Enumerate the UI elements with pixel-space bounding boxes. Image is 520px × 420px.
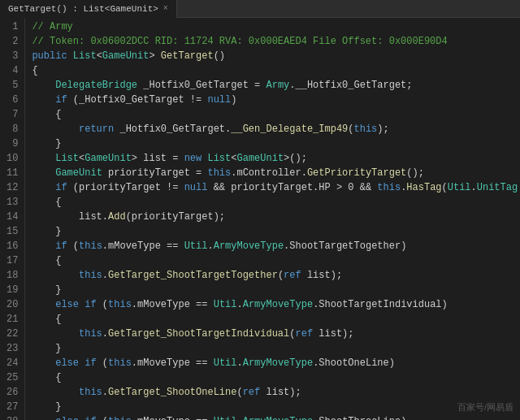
token-plain: .	[237, 356, 243, 370]
code-line: }	[32, 136, 520, 151]
token-type: Util	[214, 414, 237, 420]
code-line: }	[32, 341, 520, 356]
token-keyword: null	[184, 180, 208, 195]
code-line: }	[32, 283, 520, 297]
line-number: 7	[6, 107, 18, 122]
watermark: 百家号/网易盾	[457, 401, 514, 414]
token-keyword: this	[354, 122, 378, 136]
token-plain: }	[32, 283, 61, 297]
token-plain: list);	[313, 327, 353, 341]
token-plain: <	[79, 151, 84, 166]
line-number: 21	[6, 312, 18, 327]
token-plain: {	[32, 107, 61, 122]
line-number: 14	[6, 210, 18, 224]
token-plain: (	[278, 268, 284, 283]
token-type: Util	[184, 239, 208, 253]
token-plain: {	[32, 195, 61, 210]
token-comment: // Token: 0x06002DCC RID: 11724 RVA: 0x0…	[32, 34, 447, 49]
line-number: 2	[6, 34, 18, 49]
code-line: else if (this.mMoveType == Util.ArmyMove…	[32, 356, 520, 370]
token-plain	[32, 166, 55, 180]
line-number: 3	[6, 49, 18, 63]
token-type: Army	[266, 78, 289, 93]
token-plain: {	[32, 63, 37, 78]
token-plain: ()	[214, 49, 225, 63]
token-type: GameUnit	[236, 151, 284, 166]
tab-bar: GetTarget() : List<GameUnit> ×	[0, 0, 520, 18]
line-numbers: 1234567891011121314151617181920212223242…	[0, 18, 25, 420]
token-plain: {	[32, 312, 61, 327]
token-plain	[32, 122, 79, 136]
code-line: else if (this.mMoveType == Util.ArmyMove…	[32, 414, 520, 420]
token-plain: .	[102, 385, 108, 400]
token-keyword: else if	[55, 414, 96, 420]
token-plain: .	[102, 327, 108, 341]
code-line: // Army	[32, 19, 520, 34]
token-type: GameUnit	[55, 166, 102, 180]
line-number: 27	[6, 400, 18, 414]
token-plain: _Hotfix0_GetTarget =	[137, 78, 266, 93]
code-line: list.Add(priorityTarget);	[32, 210, 520, 224]
code-line: // Token: 0x06002DCC RID: 11724 RVA: 0x0…	[32, 34, 520, 49]
tab-label: GetTarget() : List<GameUnit>	[8, 4, 158, 14]
token-plain: list);	[301, 268, 342, 283]
token-plain: (	[348, 122, 353, 136]
token-type: Util	[214, 356, 237, 370]
line-number: 13	[6, 195, 18, 210]
token-plain: }	[32, 400, 61, 414]
code-line: {	[32, 107, 520, 122]
token-method: Add	[108, 210, 126, 224]
token-type: UnitTag	[477, 180, 518, 195]
token-method: HasTag	[406, 180, 441, 195]
token-plain: list);	[260, 385, 301, 400]
token-plain: <	[97, 49, 102, 63]
token-plain: (_Hotfix0_GetTarget !=	[67, 93, 208, 107]
editor-tab[interactable]: GetTarget() : List<GameUnit> ×	[0, 0, 177, 18]
code-line: GameUnit priorityTarget = this.mControll…	[32, 166, 520, 180]
code-line: this.GetTarget_ShootTargetTogether(ref l…	[32, 268, 520, 283]
token-plain: .	[102, 268, 108, 283]
token-type: ArmyMoveType	[243, 414, 313, 420]
code-line: public List<GameUnit> GetTarget()	[32, 49, 520, 63]
token-keyword: new	[184, 151, 202, 166]
token-plain: .mController.	[231, 166, 307, 180]
token-plain	[32, 414, 55, 420]
token-plain: .	[471, 180, 477, 195]
code-line: if (priorityTarget != null && priorityTa…	[32, 180, 520, 195]
token-keyword: return	[79, 122, 114, 136]
token-plain: ();	[406, 166, 424, 180]
token-plain: <	[231, 151, 236, 166]
token-plain: (	[97, 297, 108, 312]
token-plain: .mMoveType ==	[102, 239, 184, 253]
line-number: 11	[6, 166, 18, 180]
token-type: DelegateBridge	[55, 78, 137, 93]
token-plain: list.	[32, 210, 108, 224]
editor-window: GetTarget() : List<GameUnit> × 123456789…	[0, 0, 520, 420]
close-icon[interactable]: ×	[163, 4, 168, 13]
line-number: 12	[6, 180, 18, 195]
token-plain: .	[207, 239, 213, 253]
code-line: else if (this.mMoveType == Util.ArmyMove…	[32, 297, 520, 312]
line-number: 24	[6, 356, 18, 370]
token-plain	[32, 151, 55, 166]
line-number: 5	[6, 78, 18, 93]
code-line: List<GameUnit> list = new List<GameUnit>…	[32, 151, 520, 166]
token-type: Util	[214, 297, 237, 312]
token-keyword: else if	[55, 297, 96, 312]
token-plain: >	[149, 49, 160, 63]
token-plain: .ShootTargetIndividual)	[313, 297, 448, 312]
token-type: List	[73, 49, 97, 63]
token-type: List	[207, 151, 231, 166]
line-number: 22	[6, 327, 18, 341]
token-keyword: this	[377, 180, 401, 195]
token-keyword: this	[79, 385, 102, 400]
code-line: {	[32, 63, 520, 78]
token-plain: {	[32, 370, 61, 385]
token-plain	[32, 78, 55, 93]
token-plain	[32, 268, 79, 283]
token-keyword: public	[32, 49, 72, 63]
token-plain	[32, 180, 55, 195]
token-plain	[32, 327, 79, 341]
token-keyword: ref	[284, 268, 301, 283]
code-line: return _Hotfix0_GetTarget.__Gen_Delegate…	[32, 122, 520, 136]
